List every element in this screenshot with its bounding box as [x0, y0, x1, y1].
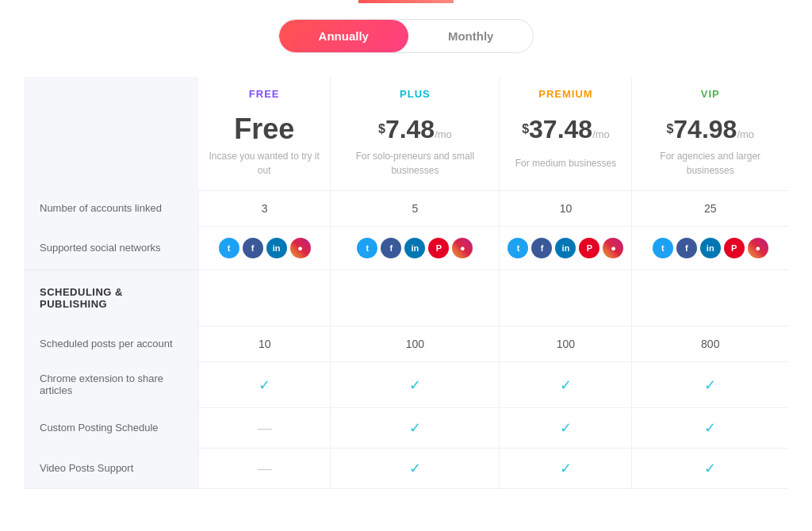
- plan-desc-row: Incase you wanted to try it out For solo…: [24, 149, 788, 190]
- plan-name-free: FREE: [249, 88, 280, 100]
- scheduling-label: SCHEDULING & PUBLISHING: [24, 269, 198, 326]
- custom-posting-plus: ✓: [330, 407, 499, 448]
- accounts-vip: 25: [631, 190, 788, 226]
- scheduled-posts-label: Scheduled posts per account: [24, 326, 198, 361]
- instagram-icon: ●: [290, 238, 311, 258]
- accounts-free: 3: [198, 190, 330, 226]
- accounts-linked-row: Number of accounts linked 3 5 10 25: [24, 190, 788, 226]
- check-icon: ✓: [704, 377, 716, 393]
- annually-button[interactable]: Annually: [279, 20, 408, 52]
- check-icon: ✓: [704, 460, 716, 476]
- check-icon: ✓: [560, 460, 572, 476]
- scheduled-premium: 100: [499, 326, 631, 361]
- plus-price-symbol: $: [378, 122, 385, 136]
- chrome-ext-plus: ✓: [330, 361, 499, 407]
- linkedin-icon-vip: in: [700, 238, 721, 258]
- scheduled-posts-row: Scheduled posts per account 10 100 100 8…: [24, 326, 788, 361]
- empty-desc: [24, 149, 198, 190]
- chrome-ext-vip: ✓: [631, 361, 788, 407]
- empty-header: [24, 77, 198, 106]
- scheduling-empty-plus: [330, 269, 499, 326]
- social-plus: t f in P ●: [330, 226, 499, 269]
- plan-price-row: Free $7.48/mo $37.48/mo $74.98/mo: [24, 106, 788, 149]
- custom-posting-free: —: [198, 407, 330, 448]
- scheduled-plus: 100: [330, 326, 499, 361]
- social-premium: t f in P ●: [499, 226, 631, 269]
- social-vip: t f in P ●: [631, 226, 788, 269]
- facebook-icon-vip: f: [676, 238, 697, 258]
- instagram-icon-premium: ●: [603, 238, 623, 258]
- plan-name-plus: PLUS: [400, 88, 431, 100]
- premium-price-period: /mo: [592, 128, 610, 140]
- pinterest-icon-vip: P: [724, 238, 745, 258]
- facebook-icon: f: [243, 238, 263, 258]
- plan-name-vip: VIP: [701, 88, 720, 100]
- plus-desc: For solo-preneurs and small businesses: [356, 151, 474, 176]
- check-icon: ✓: [704, 420, 716, 436]
- scheduling-empty-premium: [499, 269, 631, 326]
- vip-price-symbol: $: [666, 122, 673, 136]
- linkedin-icon: in: [266, 238, 287, 258]
- scheduling-empty-vip: [631, 269, 788, 326]
- accounts-premium: 10: [499, 190, 631, 226]
- vip-desc: For agencies and larger businesses: [660, 151, 760, 176]
- video-posts-row: Video Posts Support — ✓ ✓ ✓: [24, 448, 788, 489]
- scheduled-vip: 800: [631, 326, 788, 361]
- vip-price-period: /mo: [737, 128, 754, 140]
- vip-price-amount: 74.98: [673, 115, 737, 143]
- custom-posting-vip: ✓: [631, 407, 788, 448]
- scheduling-empty-free: [198, 269, 330, 326]
- check-icon: ✓: [409, 377, 421, 393]
- chrome-ext-free: ✓: [198, 361, 330, 407]
- video-posts-free: —: [198, 448, 330, 489]
- twitter-icon-plus: t: [357, 238, 377, 258]
- facebook-icon-premium: f: [531, 238, 552, 258]
- pricing-table: FREE PLUS PREMIUM VIP Free $7.48/mo $37.…: [24, 77, 788, 489]
- chrome-ext-label: Chrome extension to share articles: [24, 361, 198, 407]
- custom-posting-row: Custom Posting Schedule — ✓ ✓ ✓: [24, 407, 788, 448]
- plan-name-premium: PREMIUM: [538, 88, 592, 100]
- check-icon: ✓: [409, 460, 421, 476]
- plus-price-amount: 7.48: [385, 115, 435, 143]
- premium-price-amount: 37.48: [529, 115, 592, 143]
- custom-posting-label: Custom Posting Schedule: [24, 407, 198, 448]
- chrome-ext-premium: ✓: [499, 361, 631, 407]
- pinterest-icon-plus: P: [428, 238, 449, 258]
- chrome-ext-row: Chrome extension to share articles ✓ ✓ ✓…: [24, 361, 788, 407]
- check-icon: ✓: [560, 377, 572, 393]
- empty-price: [24, 106, 198, 149]
- plan-header-row: FREE PLUS PREMIUM VIP: [24, 77, 788, 106]
- twitter-icon-vip: t: [653, 238, 673, 258]
- instagram-icon-vip: ●: [748, 238, 768, 258]
- billing-toggle: Annually Monthly: [24, 19, 788, 53]
- linkedin-icon-premium: in: [555, 238, 576, 258]
- dash-icon: —: [258, 420, 272, 436]
- video-posts-vip: ✓: [631, 448, 788, 489]
- pinterest-icon-premium: P: [579, 238, 599, 258]
- premium-price-symbol: $: [522, 122, 529, 136]
- premium-desc: For medium businesses: [515, 158, 616, 169]
- video-posts-label: Video Posts Support: [24, 448, 198, 489]
- monthly-button[interactable]: Monthly: [408, 20, 534, 52]
- free-price: Free: [234, 113, 294, 145]
- check-icon: ✓: [560, 420, 572, 436]
- video-posts-plus: ✓: [330, 448, 499, 489]
- accounts-plus: 5: [330, 190, 499, 226]
- linkedin-icon-plus: in: [404, 238, 425, 258]
- social-free: t f in ●: [198, 226, 330, 269]
- social-networks-row: Supported social networks t f in ● t f i…: [24, 226, 788, 269]
- check-icon: ✓: [409, 420, 421, 436]
- twitter-icon-premium: t: [508, 238, 528, 258]
- accounts-linked-label: Number of accounts linked: [24, 190, 198, 226]
- custom-posting-premium: ✓: [499, 407, 631, 448]
- free-desc: Incase you wanted to try it out: [209, 151, 319, 176]
- facebook-icon-plus: f: [381, 238, 401, 258]
- dash-icon: —: [258, 460, 272, 476]
- check-icon: ✓: [259, 377, 270, 393]
- plus-price-period: /mo: [435, 128, 452, 140]
- twitter-icon: t: [219, 238, 239, 258]
- video-posts-premium: ✓: [499, 448, 631, 489]
- instagram-icon-plus: ●: [452, 238, 473, 258]
- scheduled-free: 10: [198, 326, 330, 361]
- scheduling-section-header: SCHEDULING & PUBLISHING: [24, 269, 788, 326]
